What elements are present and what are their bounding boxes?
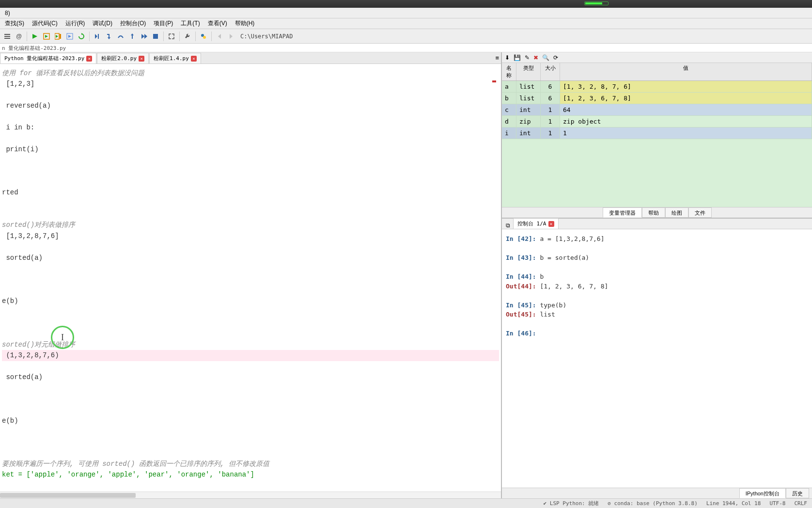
- stop-icon[interactable]: [150, 31, 161, 42]
- close-icon[interactable]: ×: [191, 56, 197, 62]
- variable-row[interactable]: blist6[1, 2, 3, 6, 7, 8]: [502, 93, 812, 104]
- bottom-tab[interactable]: 历史: [786, 488, 809, 498]
- debug-step-icon[interactable]: [92, 31, 103, 42]
- column-header[interactable]: 名称: [502, 63, 516, 80]
- menubar: 8): [0, 8, 812, 18]
- code-line: e(b): [2, 415, 499, 426]
- edit-icon[interactable]: ✎: [525, 54, 530, 61]
- run-cell-icon[interactable]: [41, 31, 52, 42]
- variable-row[interactable]: cint164: [502, 104, 812, 116]
- close-icon[interactable]: ×: [86, 56, 92, 62]
- variable-cell: zip: [516, 116, 541, 127]
- delete-icon[interactable]: ✖: [533, 54, 538, 61]
- nav-fwd-icon[interactable]: [226, 31, 236, 42]
- editor-tab[interactable]: 粉刷匠1.4.py×: [149, 53, 201, 64]
- code-line: [2, 404, 499, 415]
- close-icon[interactable]: ×: [139, 56, 144, 62]
- menu-item[interactable]: 源代码(C): [28, 18, 62, 29]
- column-header[interactable]: 大小: [541, 63, 560, 80]
- variable-cell: [1, 3, 2, 8, 7, 6]: [560, 81, 812, 93]
- editor-tab[interactable]: 粉刷匠2.0.py×: [97, 53, 149, 64]
- svg-marker-17: [144, 34, 147, 39]
- menu-item[interactable]: 运行(R): [62, 18, 89, 29]
- code-line: [2, 437, 499, 447]
- refresh-icon[interactable]: ⟳: [553, 54, 558, 61]
- variable-row[interactable]: alist6[1, 3, 2, 8, 7, 6]: [502, 81, 812, 93]
- menu-item[interactable]: 查看(V): [204, 18, 231, 29]
- save-icon[interactable]: 💾: [514, 54, 521, 61]
- run-cell-advance-icon[interactable]: [53, 31, 63, 42]
- ipython-console[interactable]: In [42]: a = [1,3,2,8,7,6]In [43]: b = s…: [502, 229, 812, 488]
- column-header[interactable]: 类型: [516, 63, 541, 80]
- code-line: [2, 209, 499, 220]
- column-header[interactable]: 值: [560, 63, 812, 80]
- console-tabs: ⧉ 控制台 1/A ×: [502, 219, 812, 229]
- menu-item[interactable]: 项目(P): [150, 18, 177, 29]
- debug-out-icon[interactable]: [127, 31, 138, 42]
- code-line: 使用 for 循环查看反转以后的列表数据没问题: [2, 68, 499, 79]
- search-icon[interactable]: 🔍: [542, 54, 549, 61]
- battery-icon: [584, 1, 609, 5]
- tab-label: Python 量化编程基础-2023.py: [4, 55, 84, 62]
- menu-item[interactable]: 控制台(O): [116, 18, 150, 29]
- variable-cell: list: [516, 93, 541, 104]
- debug-over-icon[interactable]: [115, 31, 126, 42]
- console-tab[interactable]: 控制台 1/A ×: [513, 218, 559, 229]
- console-entry: In [45]: type(b): [506, 301, 808, 310]
- console-output: Out[44]: [1, 2, 3, 6, 7, 8]: [506, 282, 808, 291]
- variable-cell: 1: [541, 104, 560, 116]
- reload-icon[interactable]: [76, 31, 87, 42]
- code-line: [2, 166, 499, 176]
- status-encoding[interactable]: UTF-8: [769, 500, 785, 507]
- titlebar: [0, 0, 812, 8]
- menu-item[interactable]: 调试(D): [89, 18, 116, 29]
- pane-tab[interactable]: 文件: [688, 207, 712, 218]
- menu-item[interactable]: 8): [1, 8, 14, 18]
- variable-cell: 1: [541, 127, 560, 139]
- variable-explorer: 名称类型大小值 alist6[1, 3, 2, 8, 7, 6]blist6[1…: [502, 63, 812, 207]
- code-line: [2, 480, 499, 491]
- editor-tab[interactable]: Python 量化编程基础-2023.py×: [0, 53, 96, 64]
- close-icon[interactable]: ×: [548, 221, 554, 227]
- variable-cell: i: [502, 127, 516, 139]
- python-icon[interactable]: [198, 31, 209, 42]
- maximize-icon[interactable]: [166, 31, 177, 42]
- console-tab-label: 控制台 1/A: [517, 220, 547, 227]
- debug-into-icon[interactable]: [104, 31, 114, 42]
- code-editor[interactable]: I 使用 for 循环查看反转以后的列表数据没问题 [1,2,3] revers…: [0, 64, 501, 492]
- console-popout-icon[interactable]: ⧉: [504, 222, 512, 229]
- console-output: Out[45]: list: [506, 310, 808, 319]
- wrench-icon[interactable]: [182, 31, 193, 42]
- console-entry: In [42]: a = [1,3,2,8,7,6]: [506, 234, 808, 244]
- menu-item[interactable]: 工具(T): [177, 18, 203, 29]
- run-icon[interactable]: [30, 31, 40, 42]
- variable-cell: d: [502, 116, 516, 127]
- code-line: [2, 361, 499, 372]
- menu-item[interactable]: 帮助(H): [231, 18, 259, 29]
- hamburger-icon[interactable]: ≡: [495, 54, 499, 62]
- svg-marker-3: [32, 34, 37, 39]
- pane-tab[interactable]: 变量管理器: [603, 207, 642, 218]
- variable-row[interactable]: dzip1zip object: [502, 116, 812, 127]
- code-line: ket = ['apple', 'orange', 'apple', 'pear…: [2, 469, 499, 480]
- bottom-tab[interactable]: IPython控制台: [739, 488, 786, 498]
- list-icon[interactable]: [2, 31, 13, 42]
- status-eol[interactable]: CRLF: [795, 500, 808, 507]
- at-icon[interactable]: @: [14, 31, 24, 42]
- nav-back-icon[interactable]: [214, 31, 225, 42]
- status-conda[interactable]: ⊘ conda: base (Python 3.8.8): [608, 500, 697, 507]
- run-selection-icon[interactable]: [64, 31, 75, 42]
- debug-continue-icon[interactable]: [139, 31, 149, 42]
- pane-tab[interactable]: 帮助: [642, 207, 665, 218]
- variable-row[interactable]: iint11: [502, 127, 812, 139]
- import-icon[interactable]: ⬇: [505, 54, 510, 61]
- horizontal-scrollbar[interactable]: [0, 492, 501, 498]
- code-line: i in b:: [2, 122, 499, 133]
- variable-cell: 1: [541, 116, 560, 127]
- code-line: [2, 318, 499, 328]
- svg-marker-12: [95, 34, 97, 39]
- pane-tab[interactable]: 绘图: [665, 207, 688, 218]
- code-line: [2, 394, 499, 404]
- menu-item[interactable]: 查找(S): [1, 18, 28, 29]
- status-lsp: ✔ LSP Python: 就绪: [544, 500, 599, 507]
